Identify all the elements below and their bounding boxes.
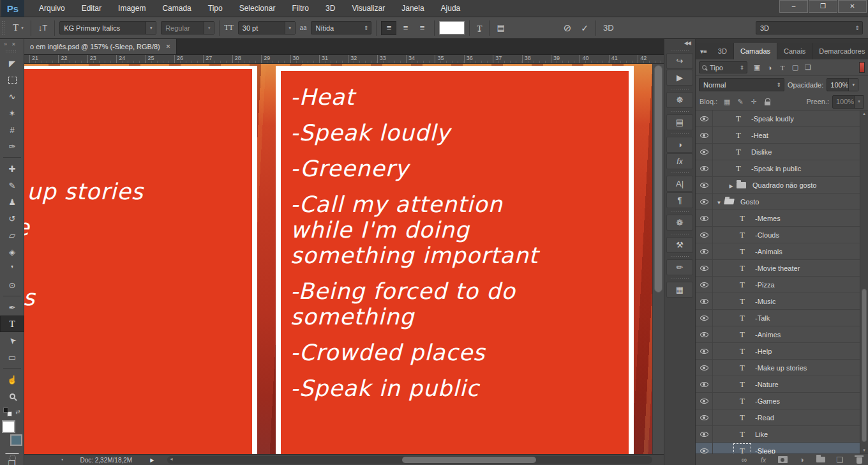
layer-row[interactable]: Like bbox=[696, 426, 868, 443]
filter-pixel-layers-icon[interactable]: ▣ bbox=[751, 63, 763, 72]
layer-row[interactable]: -Read bbox=[696, 409, 868, 426]
scroll-up-icon[interactable]: ▴ bbox=[860, 111, 868, 116]
menu-ajuda[interactable]: Ajuda bbox=[433, 0, 469, 17]
close-icon[interactable]: ✕ bbox=[11, 41, 16, 47]
filter-type-layers-icon[interactable]: T bbox=[776, 63, 789, 72]
layer-row[interactable]: -Animals bbox=[696, 243, 868, 260]
layer-visibility-toggle[interactable] bbox=[696, 293, 713, 309]
layer-visibility-toggle[interactable] bbox=[696, 310, 713, 326]
layer-row[interactable]: -Pizza bbox=[696, 277, 868, 293]
blend-mode-select[interactable]: Normal ⇕ bbox=[699, 78, 784, 91]
text-orientation-button[interactable]: ↓T bbox=[36, 23, 50, 33]
lock-transparency-icon[interactable]: ▦ bbox=[722, 96, 731, 107]
cancel-edits-button[interactable]: ⊘ bbox=[561, 22, 574, 34]
layer-row[interactable]: Gosto bbox=[696, 194, 868, 210]
align-center-button[interactable]: ≡ bbox=[398, 21, 413, 35]
quick-selection-tool[interactable]: ✶ bbox=[0, 105, 24, 121]
layer-visibility-toggle[interactable] bbox=[696, 260, 713, 276]
eraser-tool[interactable]: ▱ bbox=[0, 227, 24, 243]
layer-row[interactable]: -Nature bbox=[696, 376, 868, 393]
layer-row[interactable]: -Speak loudly bbox=[696, 111, 868, 127]
lock-all-icon[interactable] bbox=[763, 96, 772, 107]
path-selection-tool[interactable]: ➤ bbox=[0, 332, 24, 349]
layer-row[interactable]: -Memes bbox=[696, 210, 868, 227]
add-layer-mask-icon[interactable] bbox=[777, 455, 788, 464]
layer-row[interactable]: -Help bbox=[696, 343, 868, 360]
brush-tool[interactable]: ✎ bbox=[0, 177, 24, 194]
canvas-text-fragment[interactable]: e bbox=[24, 215, 30, 240]
menu-visualizar[interactable]: Visualizar bbox=[343, 0, 393, 17]
canvas-text-fragment[interactable]: s bbox=[24, 285, 35, 310]
font-style-select[interactable]: Regular ▾ bbox=[161, 21, 214, 34]
layer-row[interactable]: -Games bbox=[696, 393, 868, 409]
layer-row[interactable]: -Heat bbox=[696, 127, 868, 144]
layer-visibility-toggle[interactable] bbox=[696, 127, 713, 143]
fill-select[interactable]: 100% ▾ bbox=[832, 95, 864, 109]
hand-tool[interactable]: ☝ bbox=[0, 371, 24, 388]
3d-mode-button[interactable]: 3D bbox=[601, 23, 617, 33]
shape-tool[interactable]: ▭ bbox=[0, 349, 24, 365]
layer-row[interactable]: -Clouds bbox=[696, 227, 868, 243]
layers-scrollbar-thumb[interactable] bbox=[862, 289, 867, 442]
filter-adjustment-layers-icon[interactable]: ◑ bbox=[763, 63, 776, 72]
layer-visibility-toggle[interactable] bbox=[696, 144, 713, 160]
menu-filtro[interactable]: Filtro bbox=[283, 0, 317, 17]
layers-scrollbar[interactable]: ▴ ▾ bbox=[860, 111, 868, 454]
text-color-swatch[interactable] bbox=[439, 21, 465, 34]
eyedropper-tool[interactable]: ✑ bbox=[0, 138, 24, 155]
layer-visibility-toggle[interactable] bbox=[696, 243, 713, 259]
layer-visibility-toggle[interactable] bbox=[696, 376, 713, 392]
horizontal-scrollbar[interactable]: ◄ bbox=[167, 456, 652, 464]
clone-source-panel-icon[interactable]: ▤ bbox=[666, 114, 693, 130]
canvas-text-line[interactable]: -Crowded places bbox=[290, 340, 629, 365]
font-family-select[interactable]: KG Primary Italics ▾ bbox=[59, 21, 156, 34]
layer-visibility-toggle[interactable] bbox=[696, 210, 713, 226]
menu-3d[interactable]: 3D bbox=[317, 0, 343, 17]
layer-row[interactable]: -Sleep bbox=[696, 443, 868, 454]
clone-stamp-tool[interactable]: ♟ bbox=[0, 194, 24, 210]
layer-visibility-toggle[interactable] bbox=[696, 443, 713, 454]
collapse-panel-icon[interactable]: » bbox=[4, 41, 6, 47]
layer-visibility-toggle[interactable] bbox=[696, 343, 713, 359]
actions-panel-icon[interactable]: ▶ bbox=[666, 70, 693, 86]
toggle-panels-button[interactable]: ▤ bbox=[494, 23, 507, 33]
quick-mask-button[interactable] bbox=[5, 453, 19, 454]
scroll-down-icon[interactable]: ▾ bbox=[860, 448, 868, 453]
canvas-text-line[interactable]: -Being forced to do bbox=[290, 278, 629, 304]
canvas-text-fragment[interactable]: up stories bbox=[27, 179, 144, 204]
tab-3d[interactable]: 3D bbox=[712, 43, 734, 59]
layer-row[interactable]: -Movie theater bbox=[696, 260, 868, 277]
pen-tool[interactable]: ✒ bbox=[0, 299, 24, 316]
tab-canais[interactable]: Canais bbox=[777, 43, 812, 59]
font-size-select[interactable]: 30 pt ▾ bbox=[238, 21, 296, 34]
menu-tipo[interactable]: Tipo bbox=[200, 0, 231, 17]
canvas-text-line[interactable]: -Call my attention bbox=[290, 192, 629, 217]
adjustments-panel-icon[interactable]: ◑ bbox=[666, 137, 693, 153]
canvas-text-line[interactable]: -Greenery bbox=[290, 156, 629, 181]
blur-tool[interactable]: ❜ bbox=[0, 260, 24, 277]
new-layer-icon[interactable]: ❏ bbox=[835, 455, 845, 464]
status-flyout-button[interactable]: ▶ bbox=[150, 457, 154, 463]
tab-demarcadores[interactable]: Demarcadores bbox=[812, 43, 868, 59]
menu-camada[interactable]: Camada bbox=[154, 0, 199, 17]
canvas-text-line[interactable]: something bbox=[290, 304, 629, 330]
restore-button[interactable]: ❐ bbox=[809, 0, 837, 13]
align-right-button[interactable]: ≡ bbox=[414, 21, 430, 35]
scroll-left-icon[interactable]: ◄ bbox=[169, 457, 174, 461]
character-panel-icon[interactable]: A| bbox=[666, 176, 693, 192]
new-group-icon[interactable] bbox=[816, 455, 826, 464]
layer-style-icon[interactable]: fx bbox=[758, 455, 768, 464]
menu-selecionar[interactable]: Selecionar bbox=[231, 0, 284, 17]
layer-visibility-toggle[interactable] bbox=[696, 227, 713, 243]
workspace-select[interactable]: 3D ⇕ bbox=[756, 21, 863, 34]
color-table-panel-icon[interactable]: ▦ bbox=[666, 282, 693, 298]
menu-editar[interactable]: Editar bbox=[73, 0, 110, 17]
horizontal-scrollbar-thumb[interactable] bbox=[402, 457, 536, 463]
foreground-color-swatch[interactable] bbox=[2, 420, 15, 433]
layer-row[interactable]: -Speak in public bbox=[696, 160, 868, 177]
layer-visibility-toggle[interactable] bbox=[696, 194, 713, 210]
paragraph-panel-icon[interactable]: ¶ bbox=[666, 192, 693, 208]
layer-visibility-toggle[interactable] bbox=[696, 326, 713, 342]
canvas-text-line[interactable]: -Speak in public bbox=[290, 376, 629, 401]
move-tool[interactable]: ◤ bbox=[0, 55, 24, 72]
